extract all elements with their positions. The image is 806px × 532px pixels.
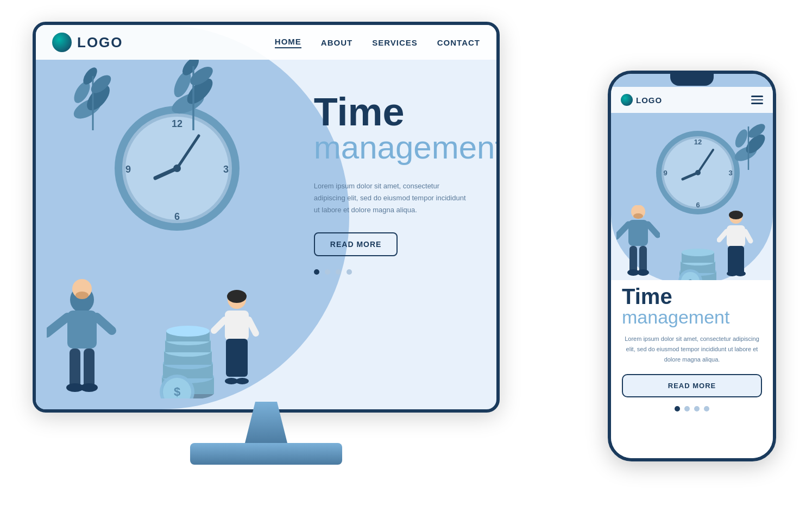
plant-center-icon [166,60,221,130]
phone-text-content: Time management Lorem ipsum dolor sit am… [611,280,773,458]
svg-point-87 [729,211,743,219]
monitor-pagination-dots [314,269,475,275]
svg-rect-34 [226,339,248,377]
plant-left-icon [68,65,117,130]
nav-services[interactable]: SERVICES [372,38,418,47]
logo-icon [52,33,72,52]
monitor-hero-description: Lorem ipsum dolor sit amet, consectetur … [314,180,466,216]
phone-logo-text: LOGO [636,96,662,105]
phone-plant-icon [729,116,767,170]
hamburger-line-1 [751,96,763,97]
phone-clock-icon: 12 3 6 9 [654,129,741,216]
monitor-content: 12 3 6 9 [36,60,496,409]
phone-dot-4 [704,406,709,411]
svg-line-35 [214,320,225,331]
dot-2 [325,269,330,275]
monitor-illustration: 12 3 6 9 [36,60,303,409]
scene: LOGO HOME ABOUT SERVICES CONTACT [0,0,806,532]
dot-4 [347,269,352,275]
svg-point-49 [166,326,210,337]
monitor-text-content: Time management Lorem ipsum dolor sit am… [303,60,496,409]
phone-notch [670,74,714,86]
person-man-icon [47,279,117,398]
svg-rect-24 [67,311,97,349]
svg-rect-89 [728,246,744,274]
svg-point-68 [633,213,643,219]
svg-point-75 [637,269,649,276]
monitor-hero-title: Time [314,92,475,131]
svg-point-93 [735,271,746,276]
svg-text:9: 9 [663,169,667,177]
svg-line-90 [719,231,727,240]
svg-point-30 [80,383,98,392]
svg-rect-27 [70,349,80,389]
svg-text:12: 12 [694,138,702,146]
phone-hero-subtitle: management [622,307,762,327]
svg-text:3: 3 [728,169,732,177]
monitor-stand-base [190,443,342,465]
person-woman-icon [210,290,264,398]
nav-about[interactable]: ABOUT [321,38,352,47]
phone-dot-2 [684,406,690,411]
svg-text:3: 3 [223,164,229,175]
monitor-read-more-button[interactable]: READ MORE [314,232,398,256]
svg-line-91 [745,231,751,241]
phone-menu-button[interactable] [751,96,763,104]
svg-line-26 [97,317,112,331]
monitor-navbar: LOGO HOME ABOUT SERVICES CONTACT [36,25,496,60]
svg-line-71 [648,224,658,235]
svg-text:9: 9 [125,164,131,175]
phone-read-more-button[interactable]: READ MORE [622,374,762,397]
monitor: LOGO HOME ABOUT SERVICES CONTACT [33,22,521,489]
phone-dot-3 [694,406,700,411]
phone-coins-icon: $ [676,227,720,287]
svg-point-20 [173,164,181,172]
svg-text:6: 6 [174,211,180,222]
monitor-screen: LOGO HOME ABOUT SERVICES CONTACT [36,25,496,409]
svg-text:6: 6 [696,201,700,209]
svg-point-66 [695,170,701,175]
hamburger-line-3 [751,103,763,104]
nav-home[interactable]: HOME [275,37,301,48]
phone-navbar: LOGO [611,87,773,113]
svg-rect-33 [225,311,249,340]
svg-rect-28 [84,349,95,389]
phone-hero-description: Lorem ipsum dolor sit amet, consectetur … [622,334,762,364]
phone-pagination-dots [622,406,762,411]
phone: LOGO [608,71,776,461]
monitor-body: LOGO HOME ABOUT SERVICES CONTACT [33,22,500,413]
svg-text:$: $ [174,385,180,398]
dot-1 [314,269,319,275]
svg-rect-88 [727,225,745,247]
phone-hero-title: Time [622,286,762,307]
svg-point-38 [236,378,249,384]
svg-line-70 [616,224,628,237]
svg-point-32 [227,290,247,303]
phone-person-man-icon [616,205,660,287]
svg-point-82 [682,249,714,256]
phone-dot-1 [675,406,680,411]
dot-3 [336,269,341,275]
phone-person-woman-icon [717,211,755,287]
phone-illustration: 12 3 6 9 [611,113,773,287]
nav-contact[interactable]: CONTACT [437,38,480,47]
svg-point-23 [75,292,89,299]
phone-logo-icon [621,94,633,106]
monitor-logo: LOGO [52,33,123,52]
hamburger-line-2 [751,99,763,101]
nav-links: HOME ABOUT SERVICES CONTACT [275,37,480,48]
logo-text: LOGO [77,34,123,51]
svg-line-25 [47,317,67,333]
phone-screen: LOGO [611,74,773,458]
monitor-hero-subtitle: management [314,131,475,164]
svg-line-36 [249,320,256,333]
